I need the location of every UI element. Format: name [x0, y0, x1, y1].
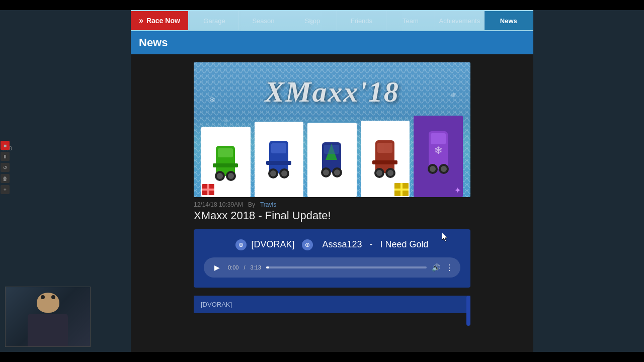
tab-achievements[interactable]: Achievements: [435, 11, 484, 30]
right-panel: [533, 0, 644, 362]
play-button[interactable]: ▶: [211, 261, 223, 274]
artist1-badge-icon: ⊕: [235, 239, 247, 250]
progress-bar[interactable]: [266, 266, 427, 268]
car-card-5: ❄ ✦: [414, 116, 463, 197]
song-dash: -: [370, 239, 373, 249]
replay-button[interactable]: ↺: [1, 163, 10, 172]
music-title: ⊕ [DVORAK] ⊕ Asssa123 - I Need Gold: [204, 239, 460, 250]
main-content: News: [131, 31, 533, 352]
bottom-black-bar: [0, 352, 644, 362]
svg-rect-46: [372, 160, 397, 164]
article-meta: 12/14/18 10:39AM By Travis: [194, 201, 470, 208]
svg-point-45: [387, 170, 393, 176]
svg-point-24: [228, 173, 234, 179]
race-now-button[interactable]: » Race Now: [131, 11, 188, 30]
article-by: By: [248, 201, 255, 208]
svg-point-22: [217, 173, 223, 179]
music-embed: ⊕ [DVORAK] ⊕ Asssa123 - I Need Gold ▶ 0:…: [194, 229, 470, 288]
stop-button[interactable]: ■: [1, 141, 10, 150]
nav-tabs: Garage Season Shop Friends Team Achievem…: [190, 11, 533, 30]
tab-season[interactable]: Season: [239, 11, 288, 30]
tab-friends[interactable]: Friends: [337, 11, 386, 30]
news-panel: News: [131, 31, 533, 352]
scrollbar[interactable]: [466, 296, 470, 326]
scroll-preview: [DVORAK]: [194, 296, 470, 313]
race-now-chevron-icon: »: [139, 16, 143, 25]
webcam-feed: [6, 287, 90, 346]
svg-point-39: [334, 169, 340, 175]
article-author: Travis: [260, 201, 276, 208]
article-title: XMaxx 2018 - Final Update!: [194, 209, 470, 222]
article-banner: XMaxx'18 ❄ ❄ ❄: [194, 62, 470, 197]
car-card-3: [307, 123, 357, 197]
artist2-name: Asssa123: [322, 239, 362, 249]
svg-rect-49: [431, 133, 446, 144]
pause-button[interactable]: ⏸: [1, 152, 10, 161]
tab-team[interactable]: Team: [386, 11, 435, 30]
webcam-overlay: [5, 287, 91, 347]
left-controls: ■ ⏸ ↺ 🗑 +: [0, 141, 10, 194]
svg-rect-32: [266, 161, 291, 165]
svg-rect-35: [324, 145, 339, 154]
delete-button[interactable]: 🗑: [1, 174, 10, 183]
svg-point-51: [430, 166, 436, 172]
svg-text:❄: ❄: [434, 145, 442, 156]
add-button[interactable]: +: [1, 185, 10, 194]
article-date: 12/14/18 10:39AM: [194, 201, 243, 208]
svg-rect-27: [271, 143, 286, 153]
svg-point-29: [270, 170, 276, 176]
car-card-4: [361, 121, 410, 197]
svg-rect-20: [218, 148, 233, 157]
artist2-badge-icon: ⊕: [302, 239, 313, 250]
tab-garage[interactable]: Garage: [190, 11, 239, 30]
tab-shop[interactable]: Shop: [288, 11, 337, 30]
svg-point-43: [376, 170, 382, 176]
car-card-2: [255, 122, 304, 197]
volume-button[interactable]: 🔊: [432, 263, 440, 272]
svg-text:❄: ❄: [450, 91, 456, 99]
banner-bg: XMaxx'18 ❄ ❄ ❄: [194, 62, 470, 197]
svg-point-37: [323, 169, 329, 175]
news-panel-header: News: [131, 31, 533, 54]
svg-point-53: [441, 166, 447, 172]
svg-text:❄: ❄: [209, 96, 215, 104]
audio-player[interactable]: ▶ 0:00 / 3:13 🔊 ⋮: [204, 257, 460, 278]
svg-rect-25: [213, 163, 238, 167]
tab-news[interactable]: News: [485, 11, 533, 30]
navigation-bar: » Race Now Garage Season Shop Friends Te…: [131, 10, 533, 31]
top-black-bar: [0, 0, 644, 10]
artist1-name: [DVORAK]: [251, 239, 294, 249]
scroll-author-tag: [DVORAK]: [201, 301, 232, 308]
race-now-label: Race Now: [146, 17, 180, 25]
car-cards-row: ❄ ✦: [201, 109, 463, 197]
progress-fill: [266, 266, 269, 268]
time-total: 3:13: [250, 264, 261, 270]
time-separator: /: [244, 264, 245, 270]
svg-point-31: [281, 170, 287, 176]
svg-rect-41: [377, 143, 392, 153]
car-card-1: [201, 127, 251, 197]
news-body[interactable]: XMaxx'18 ❄ ❄ ❄: [131, 54, 533, 352]
left-panel: 1:08 ■ ⏸ ↺ 🗑 +: [0, 0, 131, 362]
song-title: I Need Gold: [380, 239, 429, 249]
time-current: 0:00: [228, 264, 238, 270]
more-options-button[interactable]: ⋮: [445, 263, 453, 273]
